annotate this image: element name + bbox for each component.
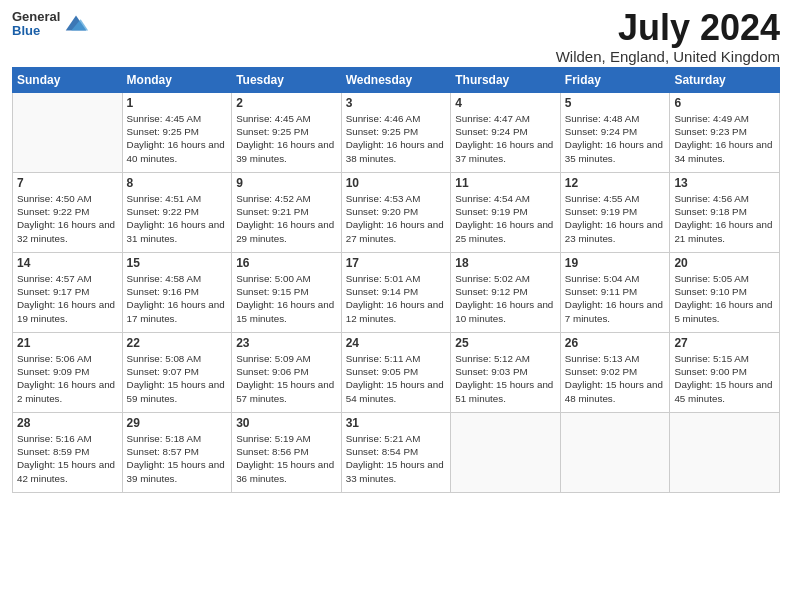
logo-blue: Blue (12, 24, 60, 38)
day-info: Sunrise: 4:55 AMSunset: 9:19 PMDaylight:… (565, 192, 666, 245)
table-row: 6Sunrise: 4:49 AMSunset: 9:23 PMDaylight… (670, 93, 780, 173)
day-number: 1 (127, 96, 228, 110)
day-number: 17 (346, 256, 447, 270)
calendar-table: Sunday Monday Tuesday Wednesday Thursday… (12, 67, 780, 493)
table-row: 10Sunrise: 4:53 AMSunset: 9:20 PMDayligh… (341, 173, 451, 253)
table-row: 22Sunrise: 5:08 AMSunset: 9:07 PMDayligh… (122, 333, 232, 413)
day-number: 8 (127, 176, 228, 190)
day-info: Sunrise: 5:13 AMSunset: 9:02 PMDaylight:… (565, 352, 666, 405)
title-section: July 2024 Wilden, England, United Kingdo… (556, 10, 780, 65)
table-row: 12Sunrise: 4:55 AMSunset: 9:19 PMDayligh… (560, 173, 670, 253)
day-number: 16 (236, 256, 337, 270)
table-row: 7Sunrise: 4:50 AMSunset: 9:22 PMDaylight… (13, 173, 123, 253)
day-info: Sunrise: 5:15 AMSunset: 9:00 PMDaylight:… (674, 352, 775, 405)
day-info: Sunrise: 5:21 AMSunset: 8:54 PMDaylight:… (346, 432, 447, 485)
table-row (670, 413, 780, 493)
col-tuesday: Tuesday (232, 68, 342, 93)
day-info: Sunrise: 4:45 AMSunset: 9:25 PMDaylight:… (127, 112, 228, 165)
day-number: 22 (127, 336, 228, 350)
day-number: 7 (17, 176, 118, 190)
day-info: Sunrise: 5:01 AMSunset: 9:14 PMDaylight:… (346, 272, 447, 325)
day-number: 9 (236, 176, 337, 190)
table-row: 18Sunrise: 5:02 AMSunset: 9:12 PMDayligh… (451, 253, 561, 333)
day-number: 21 (17, 336, 118, 350)
day-info: Sunrise: 5:12 AMSunset: 9:03 PMDaylight:… (455, 352, 556, 405)
day-info: Sunrise: 4:49 AMSunset: 9:23 PMDaylight:… (674, 112, 775, 165)
day-info: Sunrise: 5:00 AMSunset: 9:15 PMDaylight:… (236, 272, 337, 325)
day-number: 14 (17, 256, 118, 270)
day-info: Sunrise: 5:09 AMSunset: 9:06 PMDaylight:… (236, 352, 337, 405)
day-info: Sunrise: 4:57 AMSunset: 9:17 PMDaylight:… (17, 272, 118, 325)
logo-icon (62, 10, 90, 38)
day-number: 6 (674, 96, 775, 110)
day-number: 12 (565, 176, 666, 190)
day-number: 15 (127, 256, 228, 270)
day-info: Sunrise: 4:51 AMSunset: 9:22 PMDaylight:… (127, 192, 228, 245)
col-sunday: Sunday (13, 68, 123, 93)
table-row: 9Sunrise: 4:52 AMSunset: 9:21 PMDaylight… (232, 173, 342, 253)
day-info: Sunrise: 5:16 AMSunset: 8:59 PMDaylight:… (17, 432, 118, 485)
table-row: 27Sunrise: 5:15 AMSunset: 9:00 PMDayligh… (670, 333, 780, 413)
table-row (560, 413, 670, 493)
table-row: 29Sunrise: 5:18 AMSunset: 8:57 PMDayligh… (122, 413, 232, 493)
table-row: 23Sunrise: 5:09 AMSunset: 9:06 PMDayligh… (232, 333, 342, 413)
day-number: 11 (455, 176, 556, 190)
day-number: 18 (455, 256, 556, 270)
day-number: 3 (346, 96, 447, 110)
day-info: Sunrise: 4:52 AMSunset: 9:21 PMDaylight:… (236, 192, 337, 245)
day-number: 27 (674, 336, 775, 350)
table-row: 16Sunrise: 5:00 AMSunset: 9:15 PMDayligh… (232, 253, 342, 333)
day-info: Sunrise: 5:19 AMSunset: 8:56 PMDaylight:… (236, 432, 337, 485)
day-number: 19 (565, 256, 666, 270)
day-info: Sunrise: 4:56 AMSunset: 9:18 PMDaylight:… (674, 192, 775, 245)
table-row: 11Sunrise: 4:54 AMSunset: 9:19 PMDayligh… (451, 173, 561, 253)
table-row: 5Sunrise: 4:48 AMSunset: 9:24 PMDaylight… (560, 93, 670, 173)
day-number: 5 (565, 96, 666, 110)
col-saturday: Saturday (670, 68, 780, 93)
table-row: 17Sunrise: 5:01 AMSunset: 9:14 PMDayligh… (341, 253, 451, 333)
day-info: Sunrise: 4:47 AMSunset: 9:24 PMDaylight:… (455, 112, 556, 165)
page-container: General Blue July 2024 Wilden, England, … (0, 0, 792, 501)
table-row: 25Sunrise: 5:12 AMSunset: 9:03 PMDayligh… (451, 333, 561, 413)
table-row: 26Sunrise: 5:13 AMSunset: 9:02 PMDayligh… (560, 333, 670, 413)
day-info: Sunrise: 5:05 AMSunset: 9:10 PMDaylight:… (674, 272, 775, 325)
table-row: 24Sunrise: 5:11 AMSunset: 9:05 PMDayligh… (341, 333, 451, 413)
table-row: 2Sunrise: 4:45 AMSunset: 9:25 PMDaylight… (232, 93, 342, 173)
day-info: Sunrise: 4:58 AMSunset: 9:16 PMDaylight:… (127, 272, 228, 325)
table-row: 28Sunrise: 5:16 AMSunset: 8:59 PMDayligh… (13, 413, 123, 493)
day-info: Sunrise: 4:45 AMSunset: 9:25 PMDaylight:… (236, 112, 337, 165)
day-info: Sunrise: 5:06 AMSunset: 9:09 PMDaylight:… (17, 352, 118, 405)
day-number: 28 (17, 416, 118, 430)
table-row (451, 413, 561, 493)
table-row: 31Sunrise: 5:21 AMSunset: 8:54 PMDayligh… (341, 413, 451, 493)
table-row: 20Sunrise: 5:05 AMSunset: 9:10 PMDayligh… (670, 253, 780, 333)
table-row (13, 93, 123, 173)
day-info: Sunrise: 5:08 AMSunset: 9:07 PMDaylight:… (127, 352, 228, 405)
table-row: 3Sunrise: 4:46 AMSunset: 9:25 PMDaylight… (341, 93, 451, 173)
day-number: 31 (346, 416, 447, 430)
col-friday: Friday (560, 68, 670, 93)
table-row: 19Sunrise: 5:04 AMSunset: 9:11 PMDayligh… (560, 253, 670, 333)
day-number: 2 (236, 96, 337, 110)
table-row: 30Sunrise: 5:19 AMSunset: 8:56 PMDayligh… (232, 413, 342, 493)
header: General Blue July 2024 Wilden, England, … (12, 10, 780, 65)
table-row: 1Sunrise: 4:45 AMSunset: 9:25 PMDaylight… (122, 93, 232, 173)
day-number: 26 (565, 336, 666, 350)
day-info: Sunrise: 4:48 AMSunset: 9:24 PMDaylight:… (565, 112, 666, 165)
logo-text: General Blue (12, 10, 60, 39)
table-row: 14Sunrise: 4:57 AMSunset: 9:17 PMDayligh… (13, 253, 123, 333)
table-row: 15Sunrise: 4:58 AMSunset: 9:16 PMDayligh… (122, 253, 232, 333)
location: Wilden, England, United Kingdom (556, 48, 780, 65)
day-info: Sunrise: 5:11 AMSunset: 9:05 PMDaylight:… (346, 352, 447, 405)
day-info: Sunrise: 4:54 AMSunset: 9:19 PMDaylight:… (455, 192, 556, 245)
logo: General Blue (12, 10, 90, 39)
day-info: Sunrise: 4:46 AMSunset: 9:25 PMDaylight:… (346, 112, 447, 165)
day-number: 20 (674, 256, 775, 270)
col-wednesday: Wednesday (341, 68, 451, 93)
day-info: Sunrise: 5:04 AMSunset: 9:11 PMDaylight:… (565, 272, 666, 325)
day-number: 30 (236, 416, 337, 430)
table-row: 8Sunrise: 4:51 AMSunset: 9:22 PMDaylight… (122, 173, 232, 253)
table-row: 4Sunrise: 4:47 AMSunset: 9:24 PMDaylight… (451, 93, 561, 173)
day-number: 10 (346, 176, 447, 190)
table-row: 13Sunrise: 4:56 AMSunset: 9:18 PMDayligh… (670, 173, 780, 253)
